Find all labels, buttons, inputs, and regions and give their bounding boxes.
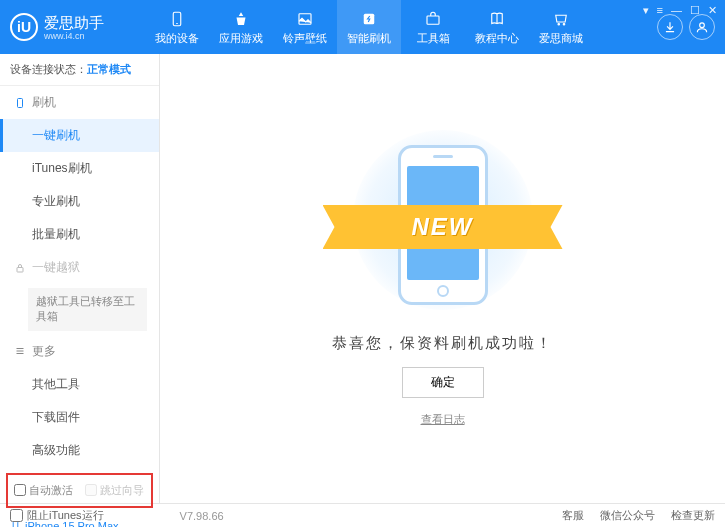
lock-icon bbox=[14, 262, 26, 274]
nav-tutorials[interactable]: 教程中心 bbox=[465, 0, 529, 54]
svg-rect-4 bbox=[427, 16, 439, 24]
device-status: 设备连接状态：正常模式 bbox=[0, 54, 159, 86]
user-button[interactable] bbox=[689, 14, 715, 40]
nav-flash[interactable]: 智能刷机 bbox=[337, 0, 401, 54]
list-icon bbox=[14, 345, 26, 357]
checkbox-auto-activate[interactable]: 自动激活 bbox=[14, 483, 73, 498]
phone-icon bbox=[167, 9, 187, 29]
footer-update[interactable]: 检查更新 bbox=[671, 508, 715, 523]
nav-toolbox[interactable]: 工具箱 bbox=[401, 0, 465, 54]
download-button[interactable] bbox=[657, 14, 683, 40]
sidebar-item-itunes[interactable]: iTunes刷机 bbox=[0, 152, 159, 185]
close-icon[interactable]: ✕ bbox=[708, 4, 717, 17]
jailbreak-note: 越狱工具已转移至工具箱 bbox=[28, 288, 147, 331]
group-flash[interactable]: 刷机 bbox=[0, 86, 159, 119]
image-icon bbox=[295, 9, 315, 29]
app-header: iU 爱思助手 www.i4.cn 我的设备 应用游戏 铃声壁纸 智能刷机 工具… bbox=[0, 0, 725, 54]
sidebar-item-batch[interactable]: 批量刷机 bbox=[0, 218, 159, 251]
nav-store[interactable]: 爱思商城 bbox=[529, 0, 593, 54]
sidebar-item-oneclick[interactable]: 一键刷机 bbox=[0, 119, 159, 152]
success-illustration: NEW bbox=[343, 130, 543, 320]
svg-point-6 bbox=[558, 23, 560, 25]
main-content: NEW 恭喜您，保资料刷机成功啦！ 确定 查看日志 bbox=[160, 54, 725, 503]
group-jailbreak: 一键越狱 bbox=[0, 251, 159, 284]
sidebar-item-pro[interactable]: 专业刷机 bbox=[0, 185, 159, 218]
new-ribbon: NEW bbox=[323, 205, 563, 249]
sidebar-item-advanced[interactable]: 高级功能 bbox=[0, 434, 159, 467]
maximize-icon[interactable]: ☐ bbox=[690, 4, 700, 17]
sidebar-item-other[interactable]: 其他工具 bbox=[0, 368, 159, 401]
apps-icon bbox=[231, 9, 251, 29]
version-label: V7.98.66 bbox=[180, 510, 224, 522]
sidebar-item-download[interactable]: 下载固件 bbox=[0, 401, 159, 434]
logo-icon: iU bbox=[10, 13, 38, 41]
sidebar: 设备连接状态：正常模式 刷机 一键刷机 iTunes刷机 专业刷机 批量刷机 一… bbox=[0, 54, 160, 503]
header-right bbox=[657, 14, 715, 40]
flash-icon bbox=[359, 9, 379, 29]
ok-button[interactable]: 确定 bbox=[402, 367, 484, 398]
svg-rect-9 bbox=[18, 98, 23, 107]
settings-icon[interactable]: ≡ bbox=[657, 4, 663, 17]
checkbox-skip-guide[interactable]: 跳过向导 bbox=[85, 483, 144, 498]
options-highlight: 自动激活 跳过向导 bbox=[6, 473, 153, 508]
cart-icon bbox=[551, 9, 571, 29]
checkbox-block-itunes[interactable]: 阻止iTunes运行 bbox=[10, 508, 104, 523]
success-message: 恭喜您，保资料刷机成功啦！ bbox=[332, 334, 553, 353]
minimize-icon[interactable]: — bbox=[671, 4, 682, 17]
nav-apps[interactable]: 应用游戏 bbox=[209, 0, 273, 54]
book-icon bbox=[487, 9, 507, 29]
top-nav: 我的设备 应用游戏 铃声壁纸 智能刷机 工具箱 教程中心 爱思商城 bbox=[145, 0, 593, 54]
window-controls: ▾ ≡ — ☐ ✕ bbox=[643, 4, 717, 17]
svg-point-7 bbox=[563, 23, 565, 25]
footer-support[interactable]: 客服 bbox=[562, 508, 584, 523]
svg-point-8 bbox=[700, 23, 705, 28]
nav-my-device[interactable]: 我的设备 bbox=[145, 0, 209, 54]
footer-wechat[interactable]: 微信公众号 bbox=[600, 508, 655, 523]
app-subtitle: www.i4.cn bbox=[44, 31, 104, 41]
phone-icon bbox=[14, 97, 26, 109]
view-log-link[interactable]: 查看日志 bbox=[421, 412, 465, 427]
logo-area: iU 爱思助手 www.i4.cn bbox=[10, 13, 145, 41]
nav-ringtones[interactable]: 铃声壁纸 bbox=[273, 0, 337, 54]
group-more[interactable]: 更多 bbox=[0, 335, 159, 368]
toolbox-icon bbox=[423, 9, 443, 29]
svg-rect-10 bbox=[17, 267, 23, 272]
menu-icon[interactable]: ▾ bbox=[643, 4, 649, 17]
